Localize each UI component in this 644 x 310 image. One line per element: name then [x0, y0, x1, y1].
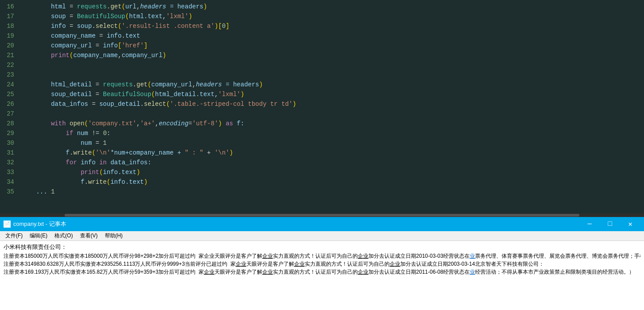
notepad-menubar: 文件(F) 编辑(E) 格式(O) 查看(V) 帮助(H): [0, 231, 644, 241]
menu-view[interactable]: 查看(V): [77, 231, 101, 241]
code-line-25: 25 soup_detail = BeautifulSoup(html_deta…: [0, 89, 644, 99]
line-number-35: 35: [0, 187, 21, 197]
code-line-34: 34 f.write(info.text): [0, 177, 644, 187]
line-content-21: print(company_name,company_url): [21, 50, 644, 60]
code-line-35: 35 ... 1: [0, 187, 644, 197]
line-content-26: data_infos = soup_detail.select('.table.…: [21, 99, 644, 109]
editor-scrollbar[interactable]: [0, 213, 644, 217]
code-line-22: 22: [0, 60, 644, 70]
line-content-27: [21, 109, 644, 119]
notepad-titlebar: 📄 company.txt - 记事本 — □ ✕: [0, 217, 644, 231]
line-number-25: 25: [0, 89, 21, 99]
line-number-24: 24: [0, 80, 21, 89]
line-number-30: 30: [0, 138, 21, 148]
code-line-28: 28 with open('company.txt','a+',encoding…: [0, 119, 644, 128]
line-content-23: [21, 70, 644, 80]
line-content-19: company_name = info.text: [21, 31, 644, 41]
line-content-28: with open('company.txt','a+',encoding='u…: [21, 119, 644, 128]
line-content-30: num = 1: [21, 138, 644, 148]
menu-edit[interactable]: 编辑(E): [26, 231, 51, 241]
line-number-28: 28: [0, 119, 21, 128]
minimize-button[interactable]: —: [579, 217, 600, 231]
line-content-31: f.write('\n'*num+company_name + " : " + …: [21, 148, 644, 158]
line-number-29: 29: [0, 128, 21, 138]
line-number-34: 34: [0, 177, 21, 187]
code-line-16: 16 html = requests.get(url,headers = hea…: [0, 2, 644, 12]
line-number-18: 18: [0, 21, 21, 31]
line-content-24: html_detail = requests.get(company_url,h…: [21, 80, 644, 89]
code-line-24: 24 html_detail = requests.get(company_ur…: [0, 80, 644, 89]
close-button[interactable]: ✕: [620, 217, 640, 231]
line-content-34: f.write(info.text): [21, 177, 644, 187]
maximize-button[interactable]: □: [600, 217, 620, 231]
notepad-title-text: company.txt - 记事本: [13, 220, 579, 228]
notepad-line-2: 注册资本185000万人民币实缴资本185000万人民币评分98+298+2加分…: [4, 252, 640, 260]
line-content-16: html = requests.get(url,headers = header…: [21, 2, 644, 12]
line-number-26: 26: [0, 99, 21, 109]
code-line-31: 31 f.write('\n'*num+company_name + " : "…: [0, 148, 644, 158]
line-content-33: print(info.text): [21, 167, 644, 177]
menu-help[interactable]: 帮助(H): [101, 231, 126, 241]
line-number-23: 23: [0, 70, 21, 80]
notepad-file-icon: 📄: [4, 221, 11, 228]
code-line-32: 32 for info in data_infos:: [0, 158, 644, 167]
code-line-26: 26 data_infos = soup_detail.select('.tab…: [0, 99, 644, 109]
menu-file[interactable]: 文件(F): [2, 231, 26, 241]
code-line-30: 30 num = 1: [0, 138, 644, 148]
line-number-22: 22: [0, 60, 21, 70]
line-number-20: 20: [0, 41, 21, 50]
line-number-32: 32: [0, 158, 21, 167]
code-lines: 16 html = requests.get(url,headers = hea…: [0, 0, 644, 198]
code-line-17: 17 soup = BeautifulSoup(html.text,'lxml'…: [0, 12, 644, 21]
line-number-27: 27: [0, 109, 21, 119]
line-number-16: 16: [0, 2, 21, 12]
code-line-23: 23: [0, 70, 644, 80]
code-line-27: 27: [0, 109, 644, 119]
code-line-21: 21 print(company_name,company_url): [0, 50, 644, 60]
notepad-line-4: 注册资本169.193万人民币实缴资本165.82万人民币评分59+359+3加…: [4, 268, 640, 276]
line-number-17: 17: [0, 12, 21, 21]
notepad-line-1: 小米科技有限责任公司：: [4, 243, 640, 252]
code-line-19: 19 company_name = info.text: [0, 31, 644, 41]
line-number-33: 33: [0, 167, 21, 177]
code-editor: 16 html = requests.get(url,headers = hea…: [0, 0, 644, 217]
line-content-18: info = soup.select('.result-list .conten…: [21, 21, 644, 31]
line-number-21: 21: [0, 50, 21, 60]
line-content-17: soup = BeautifulSoup(html.text,'lxml'): [21, 12, 644, 21]
code-line-18: 18 info = soup.select('.result-list .con…: [0, 21, 644, 31]
line-content-29: if num != 0:: [21, 128, 644, 138]
menu-format[interactable]: 格式(O): [51, 231, 76, 241]
notepad-content-area[interactable]: 小米科技有限责任公司： 注册资本185000万人民币实缴资本185000万人民币…: [0, 241, 644, 310]
editor-scrollbar-thumb: [65, 214, 580, 217]
line-content-25: soup_detail = BeautifulSoup(html_detail.…: [21, 89, 644, 99]
line-content-22: [21, 60, 644, 70]
line-number-31: 31: [0, 148, 21, 158]
notepad-line-3: 注册资本3149830.6328万人民币实缴资本2935256.1113万人民币…: [4, 260, 640, 268]
notepad-window: 📄 company.txt - 记事本 — □ ✕ 文件(F) 编辑(E) 格式…: [0, 217, 644, 310]
code-line-33: 33 print(info.text): [0, 167, 644, 177]
code-line-29: 29 if num != 0:: [0, 128, 644, 138]
line-content-35: ... 1: [21, 187, 644, 197]
line-content-20: company_url = info['href']: [21, 41, 644, 50]
code-line-20: 20 company_url = info['href']: [0, 41, 644, 50]
line-content-32: for info in data_infos:: [21, 158, 644, 167]
line-number-19: 19: [0, 31, 21, 41]
